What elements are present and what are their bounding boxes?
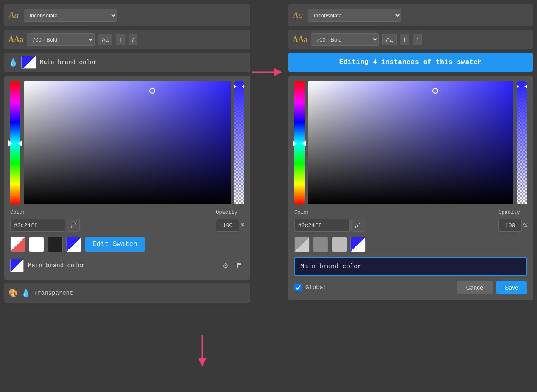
left-weight-toolbar: AAa 700 - Bold Aa I I — [4, 30, 250, 49]
left-hue-handle-left — [8, 140, 13, 146]
left-color-input-group: Color 🖊 — [10, 210, 80, 232]
left-font-toolbar: Aa Inconsolata — [4, 4, 250, 26]
left-bottom-swatch-row: Main brand color ⚙ 🗑 — [10, 257, 244, 274]
right-eyedropper-btn[interactable]: 🖊 — [351, 219, 364, 232]
left-opacity-input-group: Opacity % — [216, 210, 244, 232]
right-color-hex-row: 🖊 — [294, 219, 364, 232]
right-opacity-label: Opacity — [498, 210, 527, 216]
right-opacity-value-row: % — [498, 219, 527, 232]
left-bottom-swatch-preview — [10, 259, 24, 272]
left-style-btn2[interactable]: I — [116, 34, 125, 45]
left-color-gradient[interactable] — [24, 81, 231, 204]
left-swatch-4[interactable] — [66, 237, 81, 252]
right-swatch-4[interactable] — [350, 237, 366, 252]
left-swatches-row — [10, 237, 81, 252]
left-weight-select[interactable]: 700 - Bold — [27, 33, 95, 46]
left-font-icon: Aa — [8, 10, 19, 21]
right-opacity-gradient — [517, 81, 527, 204]
right-arrow-svg — [250, 64, 284, 81]
left-panel: Aa Inconsolata AAa 700 - Bold Aa I I 💧 M… — [4, 4, 250, 388]
left-color-picker-main — [10, 81, 244, 204]
left-color-inputs-row: Color 🖊 Opacity % — [10, 210, 244, 232]
right-font-select[interactable]: Inconsolata — [308, 9, 401, 22]
global-label: Global — [305, 284, 327, 291]
left-swatch-3[interactable] — [48, 237, 63, 252]
left-gradient-handle[interactable] — [149, 88, 155, 94]
left-hex-input[interactable] — [10, 219, 65, 232]
right-font-icon: Aa — [293, 10, 303, 21]
right-weight-icon: AAa — [293, 35, 308, 44]
right-style-btn1[interactable]: Aa — [382, 34, 397, 45]
right-panel: Aa Inconsolata AAa 700 - Bold Aa I I Edi… — [284, 4, 533, 388]
left-swatch-2[interactable] — [29, 237, 44, 252]
left-swatch-preview[interactable] — [21, 56, 36, 69]
right-hue-handle-right — [302, 140, 306, 146]
svg-marker-3 — [198, 358, 207, 367]
left-transparent-row: 🎨 💧 Transparent — [4, 283, 250, 303]
left-opacity-label: Opacity — [216, 210, 244, 216]
right-color-input-group: Color 🖊 — [294, 210, 364, 232]
left-swatch-label: Main brand color — [40, 59, 97, 66]
swatch-name-input[interactable] — [294, 257, 527, 276]
left-gear-button[interactable]: ⚙ — [221, 260, 230, 272]
left-transparent-label: Transparent — [34, 290, 73, 297]
right-hex-input[interactable] — [294, 219, 350, 232]
left-opacity-value-row: % — [216, 219, 244, 232]
right-color-label: Color — [294, 210, 364, 216]
right-hue-strip[interactable] — [294, 81, 305, 204]
right-weight-select[interactable]: 700 - Bold — [311, 33, 379, 46]
left-opacity-input[interactable] — [216, 219, 239, 232]
left-swatch-1[interactable] — [10, 237, 25, 252]
right-action-row: Global Cancel Save — [294, 281, 527, 294]
right-hue-handle-left — [293, 140, 297, 146]
right-swatch-1[interactable] — [294, 237, 310, 252]
down-arrow-svg — [196, 333, 209, 371]
right-swatch-3[interactable] — [332, 237, 347, 252]
right-swatches-row — [294, 237, 527, 252]
left-drop-icon: 💧 — [8, 58, 18, 67]
right-gradient-inner — [308, 81, 513, 204]
left-hue-handle-right — [18, 140, 22, 146]
left-gradient-inner — [24, 81, 231, 204]
left-hue-strip[interactable] — [10, 81, 20, 204]
left-eyedropper-btn[interactable]: 🖊 — [67, 219, 80, 232]
left-bottom-swatch-label: Main brand color — [28, 262, 216, 269]
right-weight-toolbar: AAa 700 - Bold Aa I I — [288, 30, 533, 49]
right-style-btn2[interactable]: I — [400, 34, 409, 45]
left-color-hex-row: 🖊 — [10, 219, 80, 232]
left-style-btn3[interactable]: I — [129, 34, 138, 45]
left-swatch-row: 💧 Main brand color — [4, 53, 250, 72]
left-opacity-handle-left — [234, 84, 237, 90]
edit-swatch-button[interactable]: Edit Swatch — [85, 237, 145, 252]
left-opacity-handle-right — [242, 84, 244, 90]
right-opacity-input[interactable] — [498, 219, 522, 232]
left-font-select[interactable]: Inconsolata — [24, 9, 117, 22]
arrow-container — [250, 4, 284, 388]
left-color-picker-panel: Color 🖊 Opacity % — [4, 76, 250, 280]
right-opacity-handle-left — [517, 84, 519, 90]
right-opacity-handle-right — [524, 84, 527, 90]
right-style-btn3[interactable]: I — [413, 34, 422, 45]
editing-banner: Editing 4 instances of this swatch — [288, 53, 533, 72]
right-font-toolbar: Aa Inconsolata — [288, 4, 533, 26]
right-color-inputs-row: Color 🖊 Opacity % — [294, 210, 527, 232]
right-opacity-percent: % — [523, 222, 527, 229]
left-opacity-percent: % — [241, 222, 244, 229]
left-fill-icon: 🎨 — [8, 288, 18, 298]
right-gradient-handle[interactable] — [432, 88, 438, 94]
left-trash-button[interactable]: 🗑 — [234, 260, 244, 271]
right-color-gradient[interactable] — [308, 81, 513, 204]
left-opacity-strip[interactable] — [234, 81, 244, 204]
right-color-picker-panel: Color 🖊 Opacity % — [288, 76, 533, 300]
svg-marker-1 — [274, 68, 282, 76]
right-opacity-strip[interactable] — [517, 81, 527, 204]
left-style-btn1[interactable]: Aa — [98, 34, 112, 45]
save-button[interactable]: Save — [496, 281, 527, 294]
cancel-button[interactable]: Cancel — [457, 281, 493, 294]
left-opacity-gradient — [234, 81, 244, 204]
right-opacity-input-group: Opacity % — [498, 210, 527, 232]
left-color-label: Color — [10, 210, 80, 216]
global-checkbox[interactable] — [294, 284, 302, 291]
right-swatch-2[interactable] — [313, 237, 328, 252]
right-color-picker-main — [294, 81, 527, 204]
